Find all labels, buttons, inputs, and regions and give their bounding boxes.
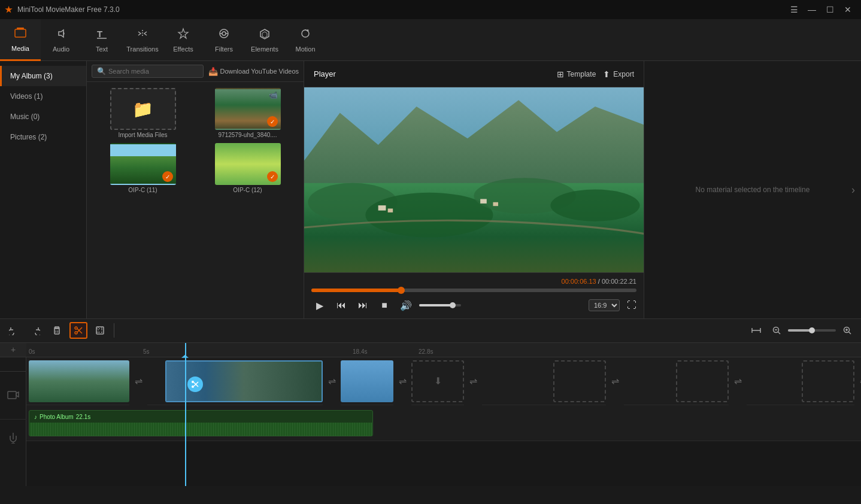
toolbar-transitions[interactable]: Transitions (122, 19, 163, 61)
media-item-image2[interactable]: ✓ OIP-C (12) (198, 143, 298, 193)
time-current: 00:00:06.13 (562, 278, 596, 285)
time-total: 00:00:22.21 (602, 278, 636, 285)
progress-bar[interactable] (311, 289, 636, 292)
svg-rect-46 (8, 391, 16, 399)
media-icon (14, 26, 27, 42)
template-button[interactable]: ⊞ Template (557, 69, 596, 79)
video-label: 9712579-uhd_3840.... (219, 132, 277, 138)
crop-button[interactable] (91, 322, 109, 339)
transition-3[interactable]: ⇌ (393, 357, 411, 405)
download-youtube-button[interactable]: 📥 Download YouTube Videos (208, 67, 299, 76)
sidebar-item-music[interactable]: Music (0) (0, 107, 86, 127)
zoom-out-button[interactable] (768, 322, 786, 339)
media-toolbar: 🔍 📥 Download YouTube Videos (87, 61, 304, 82)
search-input[interactable] (108, 68, 198, 75)
media-item-video[interactable]: 📹 ✓ 9712579-uhd_3840.... (198, 88, 298, 138)
cut-overlay[interactable] (187, 377, 203, 392)
export-button[interactable]: ⬆ Export (603, 69, 634, 79)
empty-slot-1[interactable]: ⬇ (411, 360, 464, 402)
video-track-icon[interactable] (0, 372, 26, 420)
toolbar-media-label: Media (11, 45, 29, 52)
player-actions: ⊞ Template ⬆ Export (557, 69, 634, 79)
timeline-section: + 0s (0, 343, 861, 486)
playback-controls: ▶ ⏮ ⏭ ■ 🔊 16:9 4:3 1:1 9:16 ⛶ (311, 297, 636, 314)
empty-slot-2[interactable] (553, 360, 606, 402)
volume-icon[interactable]: 🔊 (398, 297, 414, 314)
image1-thumb[interactable]: ✓ (110, 143, 176, 185)
zoom-slider[interactable] (788, 329, 836, 332)
no-material-text: No material selected on the timeline (696, 186, 810, 194)
delete-button[interactable] (48, 322, 66, 339)
stop-button[interactable]: ■ (376, 297, 393, 314)
next-frame-button[interactable]: ⏭ (354, 297, 371, 314)
play-button[interactable]: ▶ (311, 297, 328, 314)
player-controls: 00:00:06.13 / 00:00:22.21 ▶ ⏮ ⏭ ■ 🔊 (304, 272, 644, 318)
import-label: Import Media Files (118, 132, 167, 138)
toolbar-filters[interactable]: Filters (204, 19, 244, 61)
undo-button[interactable] (5, 322, 23, 339)
toolbar-elements[interactable]: Elements (244, 19, 285, 61)
filters-icon (217, 27, 231, 43)
menu-button[interactable]: ☰ (786, 1, 802, 18)
video-thumb[interactable]: 📹 ✓ (215, 88, 281, 130)
cut-button[interactable] (69, 322, 87, 339)
image2-thumb[interactable]: ✓ (215, 143, 281, 185)
toolbar-effects-label: Effects (173, 45, 193, 53)
sidebar-item-album[interactable]: My Album (3) (0, 66, 86, 86)
transition-1[interactable]: ⇌ (129, 357, 147, 405)
minimize-button[interactable]: — (804, 1, 820, 18)
export-icon: ⬆ (603, 69, 610, 79)
tracks-left: + (0, 343, 26, 486)
sidebar-item-pictures[interactable]: Pictures (2) (0, 127, 86, 147)
toolbar-media[interactable]: Media (0, 19, 41, 61)
timeline-ruler: 0s 5s 18.4s 22.8s (26, 343, 861, 357)
folder-icon: 📁 (132, 99, 153, 119)
volume-handle[interactable] (450, 302, 456, 308)
aspect-ratio-select[interactable]: 16:9 4:3 1:1 9:16 (589, 299, 620, 311)
toolbar-text-label: Text (96, 45, 108, 53)
empty-slot-4[interactable] (802, 360, 854, 402)
arrow-icon-6: ⇌ (734, 375, 742, 387)
toolbar-motion[interactable]: Motion (285, 19, 326, 61)
time-display: 00:00:06.13 / 00:00:22.21 (311, 278, 636, 285)
volume-fill (419, 304, 453, 306)
maximize-button[interactable]: ☐ (821, 1, 838, 18)
music-icon: ♪ (34, 414, 37, 420)
svg-rect-0 (15, 29, 26, 37)
transition-4[interactable]: ⇌ (464, 357, 482, 405)
audio-duration: 22.1s (76, 414, 90, 420)
redo-button[interactable] (26, 322, 44, 339)
volume-slider[interactable] (419, 304, 461, 306)
video-clip-3[interactable] (341, 360, 393, 402)
toolbar-audio[interactable]: Audio (41, 19, 81, 61)
transition-2[interactable]: ⇌ (323, 357, 341, 405)
close-button[interactable]: ✕ (839, 1, 856, 18)
prev-frame-button[interactable]: ⏮ (333, 297, 350, 314)
text-icon: T (95, 27, 108, 43)
titlebar-right: ☰ — ☐ ✕ (786, 1, 856, 18)
toolbar-audio-label: Audio (53, 45, 69, 53)
transition-7[interactable]: ⇌ (854, 357, 861, 405)
fullscreen-button[interactable]: ⛶ (627, 300, 636, 311)
transition-5[interactable]: ⇌ (606, 357, 624, 405)
collapse-arrow-icon[interactable]: › (851, 184, 855, 196)
check-badge-1: ✓ (162, 171, 173, 182)
effects-icon (177, 27, 190, 43)
empty-slot-3[interactable] (676, 360, 729, 402)
zoom-in-button[interactable] (838, 322, 856, 339)
audio-clip[interactable]: ♪ Photo Album 22.1s (29, 410, 373, 436)
add-media-button[interactable]: + (0, 343, 26, 357)
import-media-item[interactable]: 📁 Import Media Files (93, 88, 193, 138)
toolbar-text[interactable]: T Text (81, 19, 122, 61)
timeline-expand-button[interactable] (747, 322, 765, 339)
import-thumb[interactable]: 📁 (110, 88, 176, 130)
video-clip-1[interactable] (29, 360, 129, 402)
media-item-image1[interactable]: ✓ OIP-C (11) (93, 143, 193, 193)
toolbar-effects[interactable]: Effects (163, 19, 204, 61)
sidebar-item-videos[interactable]: Videos (1) (0, 86, 86, 107)
progress-handle[interactable] (398, 287, 405, 294)
audio-track-icon[interactable] (0, 420, 26, 456)
video-clip-2[interactable] (165, 360, 323, 402)
toolbar-elements-label: Elements (251, 45, 278, 53)
transition-6[interactable]: ⇌ (729, 357, 747, 405)
